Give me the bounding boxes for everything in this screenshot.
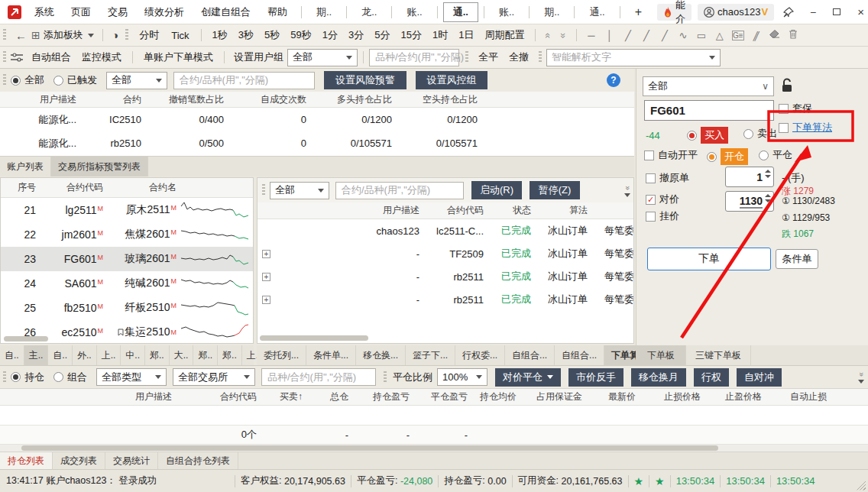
col-margin[interactable]: 占用保证金 [517, 390, 582, 403]
col-status[interactable]: 状态 [484, 204, 531, 217]
resize-grip[interactable] [857, 481, 866, 490]
col-stoploss-price[interactable]: 止损价格 [636, 390, 701, 403]
col-contract[interactable]: 合约 [76, 93, 141, 106]
risk-symbol-input[interactable]: 合约/品种(用","分隔) [173, 72, 315, 89]
board-tab-5[interactable]: 上.. [97, 345, 121, 365]
chevron-down-icon[interactable] [858, 380, 864, 384]
stepper-down-icon[interactable] [765, 199, 771, 202]
contract-row[interactable]: 25 fb2510M 纤板2510M [1, 296, 253, 320]
col-index[interactable]: 序号 [1, 181, 36, 194]
col-buysell-sort[interactable]: 买卖↑ [257, 390, 303, 403]
draw-triangle-icon[interactable]: △ [711, 30, 729, 41]
period-3s[interactable]: 3秒 [233, 28, 259, 42]
market-reverse-button[interactable]: 市价反手 [568, 368, 623, 387]
hedge-checkbox[interactable]: 套保 [779, 102, 812, 115]
col-takeprofit-price[interactable]: 止盈价格 [701, 390, 762, 403]
tab-combo-position-list[interactable]: 自组合持仓列表 [158, 452, 238, 469]
radio-triggered[interactable]: 已触发 [53, 73, 97, 87]
set-user-group-label[interactable]: 设置用户组 [230, 50, 287, 64]
workspace-tab-2[interactable]: 龙.. [352, 3, 386, 21]
period-config[interactable]: 周期配置 [479, 28, 530, 42]
tab-basket-orders[interactable]: 篮子下... [406, 345, 455, 365]
draw-ray-icon[interactable]: ╱ [656, 30, 674, 41]
board-tab-1[interactable]: 自.. [0, 345, 24, 365]
tab-account-list[interactable]: 账户列表 [0, 157, 51, 176]
expand-icon[interactable]: + [262, 250, 270, 258]
order-contract-input[interactable]: FG601 [644, 100, 774, 121]
col-code[interactable]: 合约代码 [172, 390, 257, 403]
quantity-stepper[interactable]: 1 [725, 167, 774, 187]
period-tick-view[interactable]: Tick [165, 30, 195, 41]
cancel-original-checkbox[interactable]: 撤原单 [646, 171, 689, 185]
contract-row[interactable]: 24 SA601M 纯碱2601M [1, 271, 253, 296]
workspace-tab-3[interactable]: 账.. [397, 3, 431, 21]
draw-trendline-icon[interactable]: ╱ [619, 30, 637, 41]
condition-order-button[interactable]: 条件单 [776, 249, 818, 269]
board-tab-9[interactable]: 郑.. [193, 345, 218, 365]
contract-row[interactable]: 21 lg2511M 原木2511M [1, 198, 253, 222]
help-icon[interactable]: ? [607, 73, 620, 87]
tab-combo-2[interactable]: 自组合... [555, 345, 604, 365]
tab-trade-list[interactable]: 成交列表 [53, 452, 105, 469]
exercise-button[interactable]: 行权 [694, 368, 729, 387]
pause-button[interactable]: 暂停(Z) [530, 181, 580, 199]
user-group-select[interactable]: 全部 [287, 49, 358, 66]
board-tab-10[interactable]: 郑.. [218, 345, 242, 365]
menu-trade[interactable]: 交易 [99, 5, 136, 19]
theme-toggle-icon[interactable]: ◑ [108, 29, 122, 41]
drag-handle[interactable] [125, 29, 128, 41]
board-tab-3[interactable]: 自.. [48, 345, 73, 365]
draw-vline-icon[interactable]: │ [601, 30, 619, 41]
price-stepper[interactable]: 1130 [725, 191, 774, 212]
risk-scope-select[interactable]: 全部 [106, 72, 167, 89]
period-3m[interactable]: 3分 [343, 28, 369, 42]
trash-icon[interactable] [784, 29, 802, 41]
auto-combo-button[interactable]: 自动组合 [26, 50, 76, 64]
draw-parallel-icon[interactable]: ∥ [744, 30, 768, 41]
radio-all[interactable]: 全部 [11, 73, 44, 87]
col-user-desc[interactable]: 用户描述 [257, 204, 419, 217]
col-long-ratio[interactable]: 多头持仓占比 [306, 93, 392, 106]
close-radio[interactable]: 平仓 [759, 148, 792, 162]
type-select[interactable]: 全部类型 [96, 368, 167, 386]
contract-row-selected[interactable]: 23 FG601M 玻璃2601M [1, 247, 253, 271]
stepper-up-icon[interactable] [765, 194, 771, 197]
period-1m[interactable]: 1分 [317, 28, 343, 42]
counter-price-checkbox[interactable]: ✓对价 [646, 193, 679, 206]
menu-create-combo[interactable]: 创建自组合 [193, 5, 259, 19]
tab-exercise-orders[interactable]: 行权委... [455, 345, 505, 365]
exchange-select[interactable]: 全部交易所 [173, 368, 255, 386]
tab-order-list[interactable]: 委托列... [257, 345, 306, 365]
close-ratio-select[interactable]: 100% [437, 368, 487, 386]
menu-help[interactable]: 帮助 [259, 5, 296, 19]
algo-row[interactable]: + - TF2509 已完成 冰山订单 每笔委 [257, 242, 633, 265]
board-tab-6[interactable]: 中.. [121, 345, 145, 365]
col-short-ratio[interactable]: 空头持仓占比 [392, 93, 478, 106]
draw-rect-icon[interactable]: ▭ [692, 30, 711, 41]
drag-handle[interactable] [465, 51, 468, 63]
collapse-up-icon[interactable]: « [543, 32, 553, 37]
workspace-tab-5[interactable]: 账.. [490, 3, 523, 21]
tab-roll-orders[interactable]: 移仓换... [356, 345, 406, 365]
set-risk-warning-button[interactable]: 设置风险预警 [324, 71, 406, 89]
risk-row[interactable]: 能源化... rb2510 0/500 0 0/105571 0/105571 [0, 131, 634, 155]
combo-radio[interactable]: 组合 [53, 371, 87, 384]
tab-order-board-active[interactable]: 下单板 [636, 345, 686, 365]
period-5m[interactable]: 5分 [369, 28, 395, 42]
drag-handle[interactable] [3, 51, 6, 63]
user-account-button[interactable]: chaos123 V [698, 4, 774, 21]
pending-price-checkbox[interactable]: 挂价 [646, 209, 679, 223]
period-59s[interactable]: 59秒 [285, 28, 316, 42]
counter-close-button[interactable]: 对价平仓 [495, 368, 561, 387]
menu-performance[interactable]: 绩效分析 [136, 5, 193, 19]
collapse-panel-icon[interactable]: » [857, 372, 865, 377]
cancel-all-button[interactable]: 全撤 [504, 50, 534, 64]
col-name[interactable]: 合约名 [103, 181, 177, 194]
board-tab-7[interactable]: 郑.. [145, 345, 170, 365]
col-selftrade-count[interactable]: 自成交次数 [224, 93, 306, 106]
horizontal-scrollbar[interactable] [4, 336, 48, 341]
collapse-down-icon[interactable]: » [559, 32, 568, 37]
close-button[interactable]: × [849, 5, 868, 18]
back-icon[interactable]: ← [11, 29, 31, 42]
period-1s[interactable]: 1秒 [207, 28, 233, 42]
